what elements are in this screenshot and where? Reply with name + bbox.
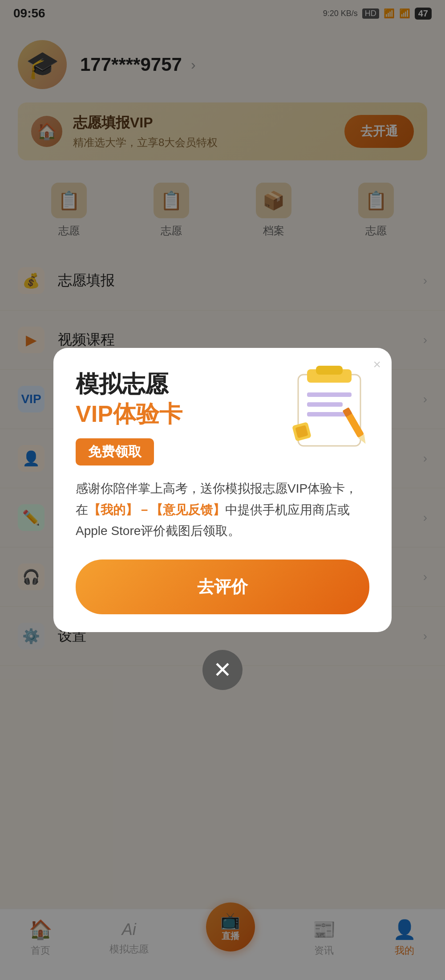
close-x-icon: ✕ — [213, 659, 232, 681]
modal-close-circle[interactable]: ✕ — [202, 650, 243, 690]
vip-experience-modal: × — [53, 348, 392, 632]
modal-action-button[interactable]: 去评价 — [76, 559, 369, 614]
modal-description: 感谢你陪伴掌上高考，送你模拟报志愿VIP体验卡，在【我的】－【意见反馈】中提供手… — [76, 478, 369, 542]
modal-content: × — [53, 348, 392, 632]
modal-free-badge: 免费领取 — [76, 438, 154, 466]
svg-rect-4 — [307, 402, 343, 407]
modal-illustration — [280, 357, 378, 455]
modal-desc-highlight: 【我的】－【意见反馈】 — [88, 503, 225, 517]
svg-rect-2 — [316, 366, 343, 375]
modal-overlay[interactable]: × — [0, 0, 445, 980]
svg-rect-3 — [307, 392, 352, 397]
svg-rect-5 — [307, 412, 347, 416]
